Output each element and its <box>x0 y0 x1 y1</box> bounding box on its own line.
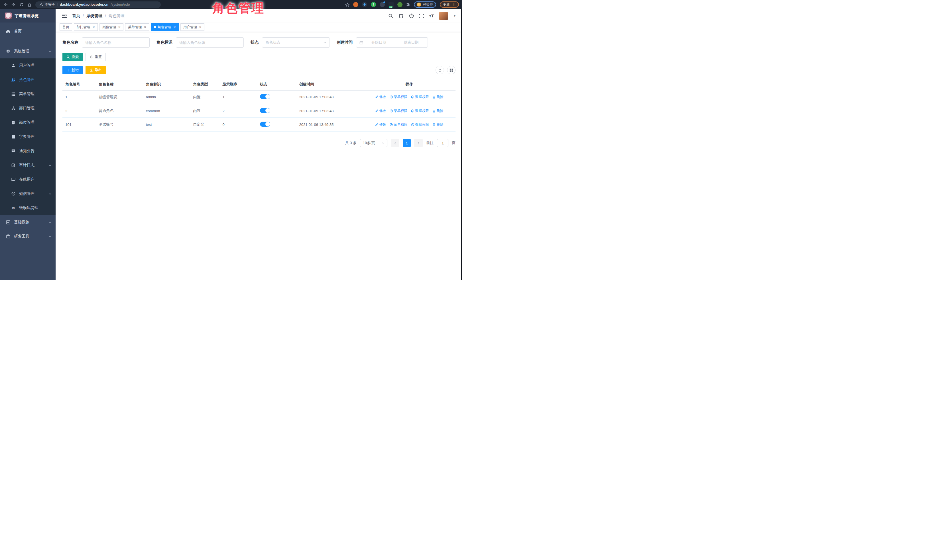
github-icon[interactable] <box>399 14 404 18</box>
sidebar-item-posts[interactable]: 岗位管理 <box>0 116 56 130</box>
org-tree-icon <box>11 106 16 110</box>
breadcrumb-system[interactable]: 系统管理 <box>86 14 102 18</box>
pencil-icon <box>375 95 378 99</box>
menu-permission-link[interactable]: 菜单权限 <box>390 95 407 99</box>
tab-posts[interactable]: 岗位管理✕ <box>99 23 124 31</box>
status-toggle[interactable] <box>260 94 270 99</box>
date-range-picker[interactable]: 开始日期 - 结束日期 <box>356 37 428 48</box>
sidebar-item-system[interactable]: 系统管理 <box>0 44 56 59</box>
help-icon[interactable] <box>409 14 414 18</box>
app-logo-row[interactable]: 芋道管理系统 <box>0 9 56 23</box>
sidebar-item-sms[interactable]: 短信管理 <box>0 186 56 201</box>
role-name-input[interactable] <box>85 41 146 45</box>
sidebar-item-users[interactable]: 用户管理 <box>0 59 56 73</box>
close-icon[interactable]: ✕ <box>144 26 146 29</box>
chrome-menu-icon[interactable]: ⋮ <box>452 3 456 7</box>
column-settings-button[interactable] <box>447 66 455 74</box>
tab-users[interactable]: 用户管理✕ <box>181 23 204 31</box>
extensions-puzzle-icon[interactable] <box>406 3 410 6</box>
sidebar-item-dev-tools[interactable]: 研发工具 <box>0 229 56 243</box>
filter-form: 角色名称 角色标识 状态 角色状态 <box>62 37 455 48</box>
role-code-input[interactable] <box>179 41 240 45</box>
breadcrumb-home[interactable]: 首页 <box>72 14 80 18</box>
scrollbar-edge[interactable] <box>461 9 462 280</box>
sidebar-item-dict[interactable]: 字典管理 <box>0 130 56 144</box>
dashboard-icon <box>6 29 11 34</box>
fullscreen-icon[interactable] <box>419 14 424 18</box>
forward-icon[interactable] <box>11 3 16 7</box>
data-permission-link[interactable]: 数据权限 <box>411 108 429 113</box>
close-icon[interactable]: ✕ <box>118 26 121 29</box>
next-page-button[interactable] <box>414 139 423 147</box>
tab-roles[interactable]: 角色管理✕ <box>151 23 179 31</box>
back-icon[interactable] <box>3 3 8 7</box>
page-1-button[interactable]: 1 <box>403 139 411 147</box>
start-date-placeholder: 开始日期 <box>365 40 392 45</box>
toolbox-icon <box>6 234 11 239</box>
online-users-icon <box>11 178 16 181</box>
export-button[interactable]: 导出 <box>86 66 106 74</box>
grid-icon <box>449 68 453 72</box>
delete-link[interactable]: 删除 <box>432 95 443 99</box>
tab-departments[interactable]: 部门管理✕ <box>74 23 98 31</box>
sidebar-item-notice[interactable]: 通知公告 <box>0 144 56 158</box>
sidebar-item-roles[interactable]: 角色管理 <box>0 73 56 87</box>
menu-permission-link[interactable]: 菜单权限 <box>390 122 407 127</box>
status-toggle[interactable] <box>260 122 270 127</box>
close-icon[interactable]: ✕ <box>92 26 95 29</box>
page-size-select[interactable]: 10条/页 <box>360 139 387 147</box>
extension-seven-icon[interactable]: 7 <box>371 2 376 7</box>
site-security[interactable]: 不安全 <box>39 2 55 7</box>
extension-orange-icon[interactable] <box>353 2 358 7</box>
create-time-label: 创建时间 <box>337 40 353 45</box>
sidebar-item-menus[interactable]: 菜单管理 <box>0 87 56 101</box>
extension-monkey-icon[interactable] <box>397 2 402 7</box>
avatar[interactable] <box>439 12 448 20</box>
tab-home[interactable]: 首页 <box>60 23 72 31</box>
extension-on-icon[interactable]: on <box>389 2 394 7</box>
sidebar-item-error-codes[interactable]: </> 错误码管理 <box>0 201 56 215</box>
reset-button[interactable]: 重置 <box>86 53 106 61</box>
sidebar-item-departments[interactable]: 部门管理 <box>0 101 56 116</box>
check-circle-icon <box>390 123 393 126</box>
hamburger-icon[interactable] <box>62 14 67 18</box>
data-permission-link[interactable]: 数据权限 <box>411 122 429 127</box>
menu-permission-link[interactable]: 菜单权限 <box>390 108 407 113</box>
avatar-caret-icon[interactable]: ▼ <box>453 14 456 17</box>
search-button[interactable]: 搜索 <box>62 53 83 61</box>
status-toggle[interactable] <box>260 108 270 113</box>
font-size-icon[interactable]: тT <box>429 14 434 18</box>
close-icon[interactable]: ✕ <box>173 26 176 29</box>
extension-gem-icon[interactable] <box>362 2 367 7</box>
delete-link[interactable]: 删除 <box>432 122 443 127</box>
add-button[interactable]: 新增 <box>62 66 83 74</box>
profile-paused-pill[interactable]: 已暂停 <box>414 2 436 8</box>
goto-page-input[interactable] <box>437 139 448 147</box>
sidebar-item-infra[interactable]: 基础设施 <box>0 215 56 229</box>
breadcrumb-separator: / <box>105 14 106 18</box>
prev-page-button[interactable] <box>391 139 399 147</box>
refresh-table-button[interactable] <box>435 66 444 74</box>
extension-stack-icon[interactable] <box>380 2 385 7</box>
update-pill[interactable]: 更新 ⋮ <box>440 2 459 8</box>
edit-link[interactable]: 修改 <box>375 122 386 127</box>
bookmark-star-icon[interactable] <box>345 3 350 7</box>
download-icon <box>89 68 93 72</box>
home-icon[interactable] <box>27 3 32 7</box>
tab-menus[interactable]: 菜单管理✕ <box>125 23 149 31</box>
close-icon[interactable]: ✕ <box>199 26 202 29</box>
total-count: 共 3 条 <box>345 140 357 146</box>
data-permission-link[interactable]: 数据权限 <box>411 95 429 99</box>
status-placeholder: 角色状态 <box>265 40 280 45</box>
edit-link[interactable]: 修改 <box>375 95 386 99</box>
sidebar-item-online-users[interactable]: 在线用户 <box>0 172 56 186</box>
edit-link[interactable]: 修改 <box>375 108 386 113</box>
reload-icon[interactable] <box>20 3 24 7</box>
search-icon[interactable] <box>388 14 393 18</box>
delete-link[interactable]: 删除 <box>432 108 443 113</box>
col-role-id: 角色编号 <box>62 78 96 90</box>
sidebar-item-home[interactable]: 首页 <box>0 24 56 39</box>
sidebar-item-audit-log[interactable]: 审计日志 <box>0 158 56 172</box>
status-select[interactable]: 角色状态 <box>262 37 330 48</box>
address-bar[interactable]: 不安全 dashboard.yudao.iocoder.cn/system/ro… <box>35 2 161 8</box>
